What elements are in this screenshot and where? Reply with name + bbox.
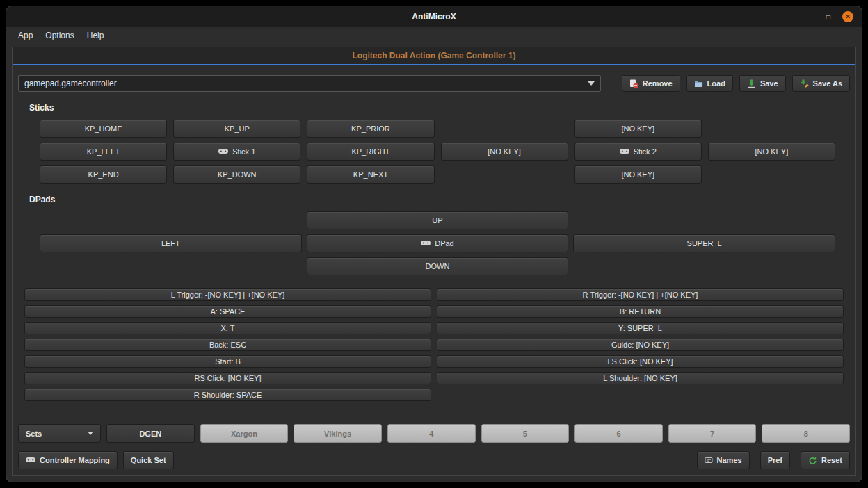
gamepad-icon [620,149,629,155]
bottom-left-group: Controller Mapping Quick Set [18,451,174,469]
dpad-label: DPad [435,239,454,247]
load-label: Load [707,79,725,88]
set-tab-5[interactable]: 5 [481,424,570,443]
profile-select[interactable]: gamepad.gamecontroller [18,75,601,92]
stick1-up-left-button[interactable]: KP_HOME [40,120,167,138]
sets-dropdown-button[interactable]: Sets [18,424,101,443]
save-label: Save [760,79,778,88]
sets-row: Sets DGEN Xargon Vikings 4 5 6 7 8 [18,424,850,443]
chevron-down-icon [88,432,93,435]
profile-row: gamepad.gamecontroller Remove Load Save [18,75,850,92]
set-tab-3-vikings[interactable]: Vikings [294,424,382,443]
pref-label: Pref [768,456,782,464]
rs-click-button[interactable]: RS Click: [NO KEY] [24,372,431,384]
dpads-heading: DPads [29,195,850,204]
sticks-grid: KP_HOME KP_UP KP_PRIOR [NO KEY] KP_LEFT … [40,120,835,184]
reset-button[interactable]: Reset [801,451,850,469]
set-tab-6[interactable]: 6 [574,424,663,443]
set-tab-1-dgen[interactable]: DGEN [106,424,195,443]
stick2-button[interactable]: Stick 2 [574,143,702,161]
reset-label: Reset [821,456,842,464]
controller-mapping-label: Controller Mapping [40,456,110,464]
stick1-up-right-button[interactable]: KP_PRIOR [307,120,434,138]
menu-app[interactable]: App [12,29,39,42]
set-tab-2-xargon[interactable]: Xargon [200,424,289,443]
save-as-icon [800,79,809,88]
profile-toolbar: Remove Load Save Save As [622,75,850,92]
names-label: Names [717,456,742,464]
y-button[interactable]: Y: SUPER_L [437,322,844,334]
remove-button[interactable]: Remove [622,75,680,92]
quick-set-label: Quick Set [131,456,166,464]
set-tab-7[interactable]: 7 [668,424,757,443]
minimize-button[interactable]: – [803,11,814,22]
window-controls: – □ ✕ [803,11,862,22]
controller-mapping-button[interactable]: Controller Mapping [18,451,118,469]
back-button[interactable]: Back: ESC [24,339,431,351]
remove-label: Remove [643,79,673,88]
a-button[interactable]: A: SPACE [24,305,431,318]
sticks-heading: Sticks [29,103,850,113]
set-tab-4[interactable]: 4 [387,424,476,443]
stick2-down-button[interactable]: [NO KEY] [574,165,702,184]
remove-icon [629,79,638,88]
names-button[interactable]: Names [697,451,750,469]
stick2-right-button[interactable]: [NO KEY] [708,143,835,161]
window-title: AntiMicroX [6,12,862,22]
quick-set-button[interactable]: Quick Set [123,451,174,469]
dpad-grid: UP LEFT DPad SUPER_L DOWN [40,211,835,275]
controller-tab[interactable]: Logitech Dual Action (Game Controller 1) [13,47,855,64]
profile-select-value: gamepad.gamecontroller [24,79,117,88]
title-bar[interactable]: AntiMicroX – □ ✕ [6,6,862,27]
stick2-label: Stick 2 [634,147,657,156]
start-button[interactable]: Start: B [24,355,431,368]
r-trigger-button[interactable]: R Trigger: -[NO KEY] | +[NO KEY] [437,288,844,301]
tab-content: gamepad.gamecontroller Remove Load Save [13,65,855,475]
stick1-button[interactable]: Stick 1 [173,143,300,161]
stick1-left-button[interactable]: KP_LEFT [40,143,167,161]
save-icon [747,79,756,88]
menu-options[interactable]: Options [39,29,80,42]
dpad-down-button[interactable]: DOWN [307,257,569,275]
l-shoulder-button[interactable]: L Shoulder: [NO KEY] [437,372,844,384]
stick1-down-right-button[interactable]: KP_NEXT [307,165,434,184]
l-trigger-button[interactable]: L Trigger: -[NO KEY] | +[NO KEY] [24,288,431,301]
stick2-left-button[interactable]: [NO KEY] [441,143,568,161]
close-button[interactable]: ✕ [842,11,853,22]
stick1-up-button[interactable]: KP_UP [173,120,300,138]
stick2-up-button[interactable]: [NO KEY] [574,120,702,138]
gamepad-icon [421,241,431,247]
save-as-button[interactable]: Save As [792,75,850,92]
save-button[interactable]: Save [739,75,786,92]
pref-button[interactable]: Pref [760,451,790,469]
x-button[interactable]: X: T [24,322,431,334]
dpad-left-button[interactable]: LEFT [40,234,302,252]
stick1-down-button[interactable]: KP_DOWN [173,165,300,184]
names-icon [705,456,713,464]
set-tab-8[interactable]: 8 [762,424,850,443]
dpad-right-button[interactable]: SUPER_L [573,234,835,252]
save-as-label: Save As [813,79,842,88]
stick1-label: Stick 1 [232,147,255,156]
dpad-button[interactable]: DPad [307,234,569,252]
bottom-bar: Controller Mapping Quick Set Names Pref [18,451,850,469]
b-button[interactable]: B: RETURN [437,305,844,318]
ls-click-button[interactable]: LS Click: [NO KEY] [437,355,844,368]
sets-label: Sets [26,430,42,438]
guide-button[interactable]: Guide: [NO KEY] [437,339,844,351]
gamepad-icon [218,149,228,155]
reset-icon [808,456,817,465]
controller-tab-frame: Logitech Dual Action (Game Controller 1)… [12,47,856,476]
dpad-up-button[interactable]: UP [307,211,569,229]
load-icon [694,79,703,88]
maximize-button[interactable]: □ [823,11,834,22]
r-shoulder-button[interactable]: R Shoulder: SPACE [24,389,431,401]
gamepad-icon [26,457,35,464]
app-window: AntiMicroX – □ ✕ App Options Help Logite… [6,6,862,482]
stick1-down-left-button[interactable]: KP_END [40,165,167,184]
stick1-right-button[interactable]: KP_RIGHT [307,143,434,161]
menu-bar: App Options Help [6,27,862,44]
menu-help[interactable]: Help [81,29,111,42]
load-button[interactable]: Load [686,75,733,92]
chevron-down-icon [588,81,595,86]
